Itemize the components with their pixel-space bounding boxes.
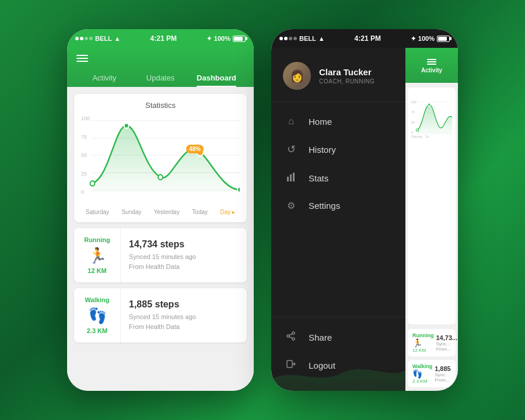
x-label-yesterday: Yesterday [154, 209, 180, 215]
svg-line-17 [289, 337, 292, 338]
stats-icon [285, 172, 297, 184]
peek-walking-steps: 1,885 [435, 365, 451, 372]
svg-point-7 [158, 174, 163, 180]
svg-rect-11 [290, 174, 292, 181]
battery-pct-2: 100% [418, 35, 435, 42]
signal-dots [75, 37, 93, 40]
svg-text:50: 50 [411, 121, 415, 124]
peek-walking-sync: Sync...From... [435, 372, 451, 383]
peek-tab-label: Activity [421, 67, 442, 74]
svg-text:Saturday: Saturday [411, 135, 423, 138]
peek-running-sync: Sync...From... [436, 341, 458, 352]
drawer-waves [271, 356, 405, 391]
tab-bar: Activity Updates Dashboard [76, 69, 244, 87]
status-bar-1: BELL ▲ 4:21 PM ✦ 100% [67, 29, 254, 48]
signal-dots-2 [279, 37, 297, 40]
running-info: 14,734 steps Synced 15 minutes ago From … [121, 228, 204, 282]
settings-label: Settings [309, 201, 340, 211]
tab-updates[interactable]: Updates [132, 69, 188, 87]
walking-steps: 1,885 steps [129, 299, 196, 310]
chart-x-labels: Saturday Sunday Yesterday Today Day ▸ [81, 209, 240, 215]
dot3 [85, 37, 88, 40]
carrier-2: BELL [299, 35, 316, 42]
top-nav: Activity Updates Dashboard [67, 48, 254, 87]
share-label: Share [309, 332, 332, 342]
svg-point-5 [90, 181, 95, 186]
chart-y-labels: 100 75 50 25 0 [81, 114, 90, 196]
walking-info: 1,885 steps Synced 15 minutes ago From H… [121, 288, 204, 342]
chart-area: 100 75 50 25 0 [81, 114, 240, 208]
battery-pct: 100% [214, 35, 230, 42]
stats-label: Stats [309, 173, 328, 183]
y-label-50: 50 [81, 152, 90, 158]
statistics-title: Statistics [81, 101, 240, 110]
peek-hamburger [426, 58, 438, 66]
y-label-0: 0 [81, 189, 90, 195]
wifi-icon: ▲ [114, 35, 121, 42]
wifi-icon-2: ▲ [318, 35, 325, 42]
peek-mini-svg: 100 75 50 0 Saturday Su... [411, 91, 452, 144]
peek-top-nav: Activity [405, 48, 458, 83]
status-left-2: BELL ▲ [279, 35, 325, 42]
tab-activity[interactable]: Activity [76, 69, 132, 87]
walking-km: 2.3 KM [87, 327, 107, 334]
y-label-75: 75 [81, 134, 90, 140]
running-sync: Synced 15 minutes ago From Health Data [129, 252, 196, 271]
svg-rect-10 [287, 177, 289, 181]
x-label-day[interactable]: Day ▸ [220, 209, 235, 215]
history-label: History [309, 145, 336, 155]
phone-content: Statistics 100 75 50 25 0 [67, 87, 254, 391]
home-icon: ⌂ [285, 116, 297, 127]
dot4 [89, 37, 93, 40]
peek-activity-running: Running 🏃 12 KM 14,73... Sync...From... [408, 329, 456, 356]
profile-name: Clara Tucker [319, 67, 374, 77]
chart-tooltip: 48% [186, 145, 204, 153]
x-label-sunday: Sunday [121, 209, 141, 215]
avatar-image: 👩 [283, 62, 311, 90]
x-label-today: Today [192, 209, 208, 215]
running-type: Running [84, 236, 110, 243]
peek-running-steps: 14,73... [436, 334, 458, 341]
dot2 [80, 37, 83, 40]
svg-text:0: 0 [411, 131, 413, 134]
status-right-2: ✦ 100% [411, 35, 450, 43]
battery-icon [233, 36, 246, 42]
activity-card-running: Running 🏃 12 KM 14,734 steps Synced 15 m… [74, 228, 247, 282]
right-peek-panel: Activity 100 75 50 0 [405, 48, 458, 391]
drawer: 👩 Clara Tucker COACH, RUNNING ⌂ Home ↺ H… [271, 48, 458, 391]
profile-subtitle: COACH, RUNNING [319, 78, 374, 85]
history-icon: ↺ [285, 143, 297, 156]
peek-walking-type: Walking [412, 363, 432, 369]
svg-point-9 [237, 187, 240, 192]
svg-rect-12 [293, 173, 295, 181]
svg-text:75: 75 [411, 110, 415, 114]
tab-dashboard[interactable]: Dashboard [188, 69, 244, 87]
peek-running-type: Running [412, 332, 434, 338]
walking-badge: Walking 👣 2.3 KM [74, 288, 121, 342]
bluetooth-icon-2: ✦ [411, 35, 416, 43]
running-steps: 14,734 steps [129, 239, 196, 250]
phone-2: BELL ▲ 4:21 PM ✦ 100% 👩 Clara Tucker COA… [271, 29, 458, 391]
home-label: Home [309, 117, 332, 127]
statistics-card: Statistics 100 75 50 25 0 [74, 94, 247, 222]
y-label-25: 25 [81, 171, 90, 177]
chart-svg [81, 114, 240, 196]
avatar: 👩 [283, 62, 311, 90]
svg-text:100: 100 [411, 100, 416, 104]
peek-running-km: 12 KM [412, 348, 434, 353]
peek-activity-walking: Walking 👣 2.3 KM 1,885 Sync...From... [408, 360, 456, 387]
phone-1: BELL ▲ 4:21 PM ✦ 100% Activity Updates D… [67, 29, 254, 391]
running-badge: Running 🏃 12 KM [74, 228, 121, 282]
hamburger-button[interactable] [76, 52, 244, 64]
dot1 [75, 37, 79, 40]
walking-icon: 👣 [88, 307, 107, 325]
svg-point-14 [292, 338, 295, 340]
battery-2 [437, 36, 450, 42]
battery-fill [234, 37, 243, 41]
running-km: 12 KM [88, 267, 106, 274]
share-icon [285, 331, 297, 343]
status-right: ✦ 100% [206, 35, 246, 43]
svg-point-13 [292, 332, 295, 334]
status-time: 4:21 PM [150, 34, 177, 43]
activity-card-walking: Walking 👣 2.3 KM 1,885 steps Synced 15 m… [74, 288, 247, 342]
